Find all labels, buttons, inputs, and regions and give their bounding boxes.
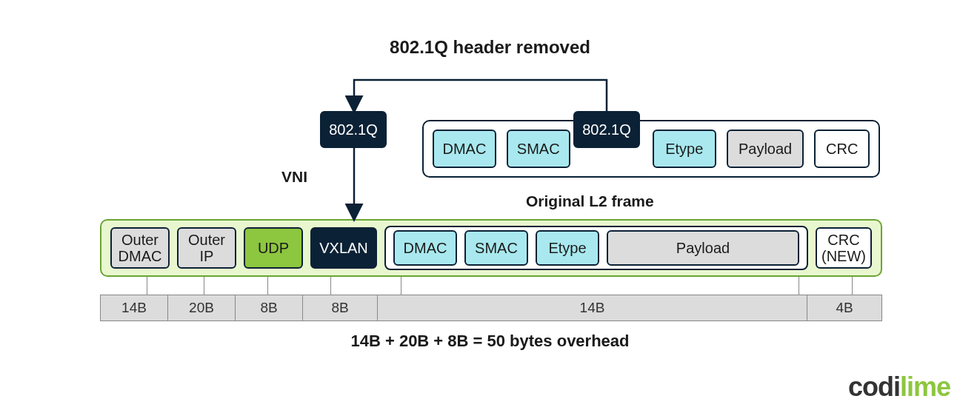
tick-line: [330, 277, 331, 295]
size-cell: 14B: [101, 295, 168, 320]
tick-line: [401, 277, 401, 295]
outer-dmac-box: Outer DMAC: [110, 227, 170, 269]
orig-payload-box: Payload: [727, 130, 804, 168]
orig-etype-box: Etype: [653, 130, 716, 168]
inner-smac-box: SMAC: [464, 230, 528, 266]
size-cell: 20B: [168, 295, 236, 320]
vni-label: VNI: [281, 168, 307, 186]
original-frame-container: DMAC SMAC Etype Payload CRC: [422, 120, 880, 178]
orig-dmac-box: DMAC: [433, 130, 496, 168]
inner-l2-frame: DMAC SMAC Etype Payload: [384, 226, 808, 270]
vxlan-frame-container: Outer DMAC Outer IP UDP VXLAN DMAC SMAC …: [100, 219, 882, 277]
tick-line: [852, 277, 853, 295]
tick-line: [147, 277, 147, 295]
original-l2-label: Original L2 frame: [526, 192, 654, 210]
diagram-title: 802.1Q header removed: [0, 37, 980, 58]
size-cell: 8B: [236, 295, 303, 320]
size-cell: 4B: [807, 295, 881, 320]
orig-crc-box: CRC: [814, 130, 870, 168]
vxlan-box: VXLAN: [310, 227, 377, 269]
size-cell: 8B: [303, 295, 378, 320]
q-chip-upper: 802.1Q: [573, 111, 640, 148]
crc-new-box: CRC (NEW): [816, 227, 872, 269]
logo-lime: lime: [900, 372, 950, 402]
inner-payload-box: Payload: [607, 230, 799, 266]
q-chip-left: 802.1Q: [320, 111, 387, 148]
logo-codi: codi: [848, 372, 900, 402]
tick-line: [799, 277, 799, 295]
size-bar: 14B 20B 8B 8B 14B 4B: [100, 295, 882, 321]
inner-dmac-box: DMAC: [393, 230, 457, 266]
codilime-logo: codilime: [848, 372, 950, 403]
outer-ip-box: Outer IP: [177, 227, 236, 269]
inner-etype-box: Etype: [536, 230, 599, 266]
udp-box: UDP: [244, 227, 303, 269]
tick-line: [204, 277, 204, 295]
size-cell: 14B: [378, 295, 807, 320]
overhead-label: 14B + 20B + 8B = 50 bytes overhead: [0, 332, 980, 351]
tick-line: [267, 277, 268, 295]
arrow-layer: [0, 0, 980, 413]
orig-smac-box: SMAC: [507, 130, 570, 168]
